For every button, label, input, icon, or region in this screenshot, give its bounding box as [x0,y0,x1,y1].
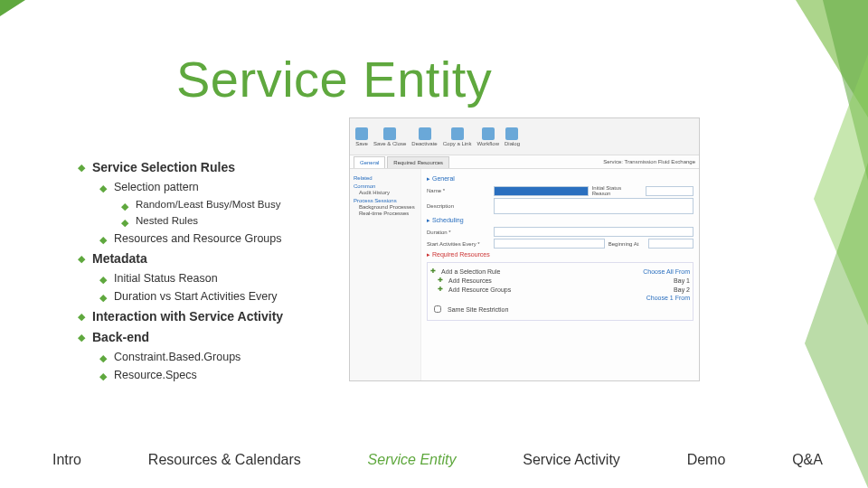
field-value [646,186,693,196]
bullet-text: Nested Rules [136,214,198,229]
ribbon-label: Dialog [505,141,520,146]
heading-text: Scheduling [432,217,464,223]
section-heading: ▸ Required Resources [427,251,693,258]
bullet-text: Resources and Resource Groups [114,231,282,247]
form-sidebar: Related Common Audit History Process Ses… [350,169,421,381]
bullet-icon: ◆ [78,252,85,265]
panel-heading: Choose 1 From [646,295,690,301]
resource-row: Same Site Restriction [430,303,690,315]
sidebar-item: Real-time Processes [359,211,417,216]
tab-general: General [354,156,385,168]
heading-text: General [432,175,455,182]
ribbon-button: Deactivate [411,127,437,146]
svg-marker-3 [805,163,868,488]
save-close-icon [383,127,396,140]
dialog-icon [505,127,518,140]
bullet-l2: ◆Initial Status Reason [99,271,349,286]
resource-row: ✚Add a Selection RuleChoose All From [430,267,690,275]
field-label: Description [427,203,490,209]
ribbon-label: Deactivate [411,141,437,146]
form-header: Service: Transmission Fluid Exchange [603,159,699,164]
bullet-text: Service Selection Rules [92,159,235,176]
ribbon-button: Workflow [476,127,499,146]
resource-item: Bay 1 [674,277,690,284]
plus-icon: ✚ [438,277,443,284]
ribbon-label: Copy a Link [443,141,472,146]
section-nav: Intro Resources & Calendars Service Enti… [52,452,823,468]
plus-icon: ✚ [430,267,436,275]
form-tabs: General Required Resources Service: Tran… [350,155,699,169]
bullet-text: Selection pattern [114,180,199,195]
resource-row: Choose 1 From [430,295,690,301]
field-label: Initial Status Reason [592,185,642,196]
tab-required-resources: Required Resources [387,156,449,168]
bullet-l2: ◆Resources and Resource Groups [99,231,349,247]
section-heading: ▸ General [427,175,693,183]
ribbon-label: Save [355,141,368,146]
section-heading: ▸ Scheduling [427,217,693,224]
sidebar-heading: Process Sessions [354,198,417,203]
field-value [494,198,693,214]
ribbon-button: Dialog [505,127,520,146]
link-icon [451,127,464,140]
nav-service-entity: Service Entity [368,452,457,468]
sidebar-heading: Common [354,183,417,189]
ribbon-label: Save & Close [373,141,406,146]
bullet-icon: ◆ [99,233,107,246]
link-text: Add Resources [448,277,492,284]
nav-demo: Demo [687,452,726,468]
form-body: Related Common Audit History Process Ses… [350,169,699,381]
bullet-l1: ◆Metadata [78,250,349,267]
field-label: Name * [427,188,490,193]
sidebar-item: Background Processes [359,204,417,210]
bullet-l2: ◆Constraint.Based.Groups [99,350,349,365]
field-label: Beginning At [609,241,645,247]
bullet-l1: ◆Back-end [78,329,349,346]
field-value [494,239,605,249]
plus-icon: ✚ [438,286,443,293]
bullet-l2: ◆Selection pattern [99,180,349,195]
resource-row: ✚Add ResourcesBay 1 [438,277,690,284]
bullet-text: Resource.Specs [114,368,197,383]
bullet-icon: ◆ [99,182,107,194]
field-value [494,186,589,196]
nav-qa: Q&A [792,452,823,468]
save-icon [355,127,368,140]
resources-box: ✚Add a Selection RuleChoose All From ✚Ad… [427,262,693,321]
heading-text: Required Resources [432,251,490,258]
deco-triangles-right [760,0,868,488]
deactivate-icon [419,127,431,140]
bullet-icon: ◆ [121,200,128,212]
bullet-text: Initial Status Reason [114,271,218,286]
ribbon: Save Save & Close Deactivate Copy a Link… [350,118,699,155]
bullet-text: Random/Least Busy/Most Busy [136,198,280,212]
svg-marker-2 [814,54,868,325]
checkbox-label: Same Site Restriction [448,306,508,313]
bullet-icon: ◆ [99,370,107,382]
panel-heading: Choose All From [643,268,690,275]
bullet-icon: ◆ [78,310,85,323]
link-text: Add a Selection Rule [441,268,500,275]
field-value [494,227,693,237]
svg-marker-1 [823,0,868,181]
deco-triangle-topleft [0,0,25,16]
bullet-icon: ◆ [99,273,107,286]
bullet-text: Metadata [92,250,147,267]
bullet-l3: ◆Random/Least Busy/Most Busy [121,198,349,212]
embedded-screenshot: Save Save & Close Deactivate Copy a Link… [349,117,700,381]
bullet-text: Duration vs Start Activities Every [114,289,278,305]
nav-service-activity: Service Activity [523,452,620,468]
resource-row: ✚Add Resource GroupsBay 2 [438,286,690,293]
outline: ◆Service Selection Rules ◆Selection patt… [78,155,349,385]
bullet-text: Constraint.Based.Groups [114,350,241,365]
checkbox-samesite [434,305,441,313]
ribbon-button: Save & Close [373,127,406,146]
ribbon-button: Copy a Link [443,127,472,146]
field-row: Name *Initial Status Reason [427,185,693,196]
bullet-l2: ◆Duration vs Start Activities Every [99,289,349,305]
slide-title: Service Entity [176,50,492,108]
field-row: Start Activities Every *Beginning At [427,239,693,249]
sidebar-heading: Related [354,175,417,181]
link-text: Add Resource Groups [448,286,511,293]
slide: Service Entity ◆Service Selection Rules … [0,0,868,488]
